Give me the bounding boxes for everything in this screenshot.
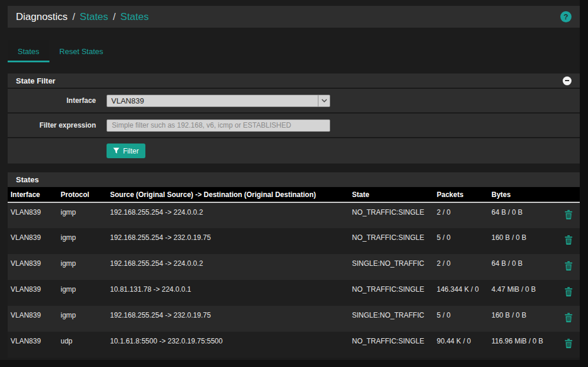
table-row: VLAN839 udp 10.1.61.8:5500 -> 232.0.19.7… — [8, 332, 580, 358]
filter-button[interactable]: Filter — [107, 144, 145, 158]
collapse-panel-icon[interactable] — [563, 76, 572, 85]
cell-actions — [554, 332, 580, 358]
cell-bytes: 116.96 MiB / 0 B — [489, 332, 554, 358]
col-protocol: Protocol — [58, 187, 107, 202]
breadcrumb-item-diagnostics: Diagnostics — [16, 11, 68, 23]
filter-button-label: Filter — [123, 147, 139, 155]
col-bytes: Bytes — [489, 187, 554, 202]
cell-protocol: igmp — [58, 306, 107, 332]
states-panel-header: States — [8, 172, 580, 187]
col-actions — [554, 187, 580, 202]
funnel-icon — [113, 148, 119, 154]
cell-source-destination: 192.168.255.254 -> 224.0.0.2 — [107, 254, 349, 280]
filter-button-row: Filter — [8, 138, 580, 164]
breadcrumb: Diagnostics / States / States ? — [8, 6, 580, 28]
col-source-destination: Source (Original Source) -> Destination … — [107, 187, 349, 202]
cell-actions — [554, 306, 580, 332]
cell-protocol: igmp — [58, 228, 107, 254]
cell-packets: 5 / 0 — [434, 306, 489, 332]
interface-field-row: Interface VLAN839 — [8, 89, 580, 114]
cell-protocol: udp — [58, 332, 107, 358]
state-filter-title: State Filter — [16, 76, 55, 85]
cell-interface: VLAN839 — [8, 306, 58, 332]
trash-icon — [564, 261, 573, 271]
page: Diagnostics / States / States ? States R… — [0, 0, 580, 360]
table-row: VLAN839 igmp 192.168.255.254 -> 224.0.0.… — [8, 254, 580, 280]
col-interface: Interface — [8, 187, 58, 202]
table-header-row: Interface Protocol Source (Original Sour… — [8, 187, 580, 202]
states-table-body: VLAN839 igmp 192.168.255.254 -> 224.0.0.… — [8, 202, 580, 358]
cell-state: NO_TRAFFIC:SINGLE — [349, 332, 434, 358]
cell-actions — [554, 280, 580, 306]
cell-state: NO_TRAFFIC:SINGLE — [349, 228, 434, 254]
cell-bytes: 64 B / 0 B — [489, 202, 554, 228]
table-row: VLAN839 igmp 10.81.131.78 -> 224.0.0.1 N… — [8, 280, 580, 306]
filter-expression-input[interactable] — [107, 119, 330, 132]
delete-state-button[interactable] — [564, 235, 573, 245]
interface-select-value: VLAN839 — [107, 96, 318, 105]
cell-actions — [554, 202, 580, 228]
cell-actions — [554, 254, 580, 280]
cell-bytes: 64 B / 0 B — [489, 254, 554, 280]
cell-interface: VLAN839 — [8, 280, 58, 306]
cell-packets: 90.44 K / 0 — [434, 332, 489, 358]
cell-packets: 2 / 0 — [434, 254, 489, 280]
cell-bytes: 4.47 MiB / 0 B — [489, 280, 554, 306]
breadcrumb-item-states-page[interactable]: States — [121, 11, 149, 23]
chevron-down-icon — [318, 95, 330, 106]
cell-packets: 2 / 0 — [434, 202, 489, 228]
delete-state-button[interactable] — [564, 339, 573, 348]
tab-reset-states[interactable]: Reset States — [49, 40, 113, 62]
cell-bytes: 160 B / 0 B — [489, 228, 554, 254]
cell-state: SINGLE:NO_TRAFFIC — [349, 254, 434, 280]
interface-label: Interface — [8, 96, 96, 105]
tab-bar: States Reset States — [8, 40, 580, 62]
filter-expression-label: Filter expression — [8, 121, 96, 129]
table-row: VLAN839 igmp 192.168.255.254 -> 232.0.19… — [8, 306, 580, 332]
cell-bytes: 160 B / 0 B — [489, 306, 554, 332]
cell-source-destination: 192.168.255.254 -> 224.0.0.2 — [107, 202, 349, 228]
cell-interface: VLAN839 — [8, 228, 58, 254]
breadcrumb-separator: / — [72, 11, 75, 23]
trash-icon — [564, 339, 573, 348]
cell-source-destination: 192.168.255.254 -> 232.0.19.75 — [107, 306, 349, 332]
filter-expression-field-row: Filter expression — [8, 114, 580, 138]
delete-state-button[interactable] — [564, 313, 573, 322]
trash-icon — [564, 313, 573, 322]
trash-icon — [564, 287, 573, 296]
table-row: VLAN839 igmp 192.168.255.254 -> 224.0.0.… — [8, 202, 580, 228]
trash-icon — [564, 235, 573, 245]
states-table: Interface Protocol Source (Original Sour… — [8, 187, 580, 358]
cell-source-destination: 10.1.61.8:5500 -> 232.0.19.75:5500 — [107, 332, 349, 358]
col-packets: Packets — [434, 187, 489, 202]
tab-states[interactable]: States — [8, 40, 49, 62]
cell-protocol: igmp — [58, 202, 107, 228]
breadcrumb-item-states-section[interactable]: States — [80, 11, 108, 23]
cell-protocol: igmp — [58, 280, 107, 306]
cell-protocol: igmp — [58, 254, 107, 280]
state-filter-panel-header: State Filter — [8, 74, 580, 89]
breadcrumb-trail: Diagnostics / States / States — [16, 11, 149, 23]
cell-actions — [554, 228, 580, 254]
cell-state: SINGLE:NO_TRAFFIC — [349, 306, 434, 332]
state-filter-panel: State Filter Interface VLAN839 Filter ex… — [8, 74, 580, 164]
interface-select[interactable]: VLAN839 — [107, 95, 330, 107]
cell-packets: 5 / 0 — [434, 228, 489, 254]
breadcrumb-separator: / — [113, 11, 116, 23]
table-row: VLAN839 igmp 192.168.255.254 -> 232.0.19… — [8, 228, 580, 254]
cell-state: NO_TRAFFIC:SINGLE — [349, 280, 434, 306]
help-icon[interactable]: ? — [560, 11, 572, 22]
col-state: State — [349, 187, 434, 202]
delete-state-button[interactable] — [564, 261, 573, 271]
states-panel: States Interface Protocol Source (Origin… — [8, 172, 580, 358]
cell-interface: VLAN839 — [8, 254, 58, 280]
trash-icon — [564, 210, 573, 219]
delete-state-button[interactable] — [564, 210, 573, 219]
delete-state-button[interactable] — [564, 287, 573, 296]
cell-interface: VLAN839 — [8, 332, 58, 358]
cell-source-destination: 192.168.255.254 -> 232.0.19.75 — [107, 228, 349, 254]
cell-state: NO_TRAFFIC:SINGLE — [349, 202, 434, 228]
cell-packets: 146.344 K / 0 — [434, 280, 489, 306]
cell-interface: VLAN839 — [8, 202, 58, 228]
states-title: States — [16, 175, 39, 184]
